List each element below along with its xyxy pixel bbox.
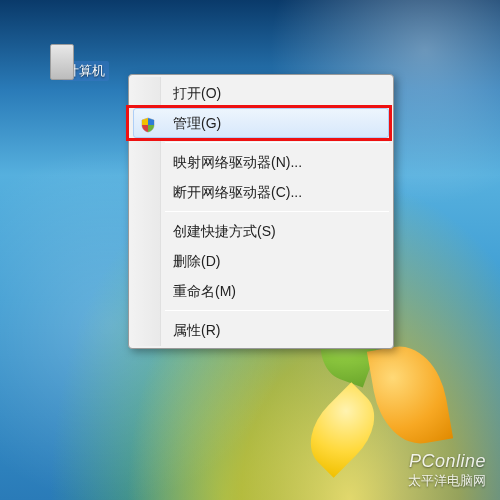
watermark: PConline 太平洋电脑网 bbox=[408, 451, 486, 490]
menu-item-delete[interactable]: 删除(D) bbox=[133, 246, 389, 276]
menu-item-manage[interactable]: 管理(G) bbox=[133, 108, 389, 138]
menu-separator bbox=[165, 142, 389, 143]
menu-item-label: 重命名(M) bbox=[173, 283, 236, 299]
menu-item-create-shortcut[interactable]: 创建快捷方式(S) bbox=[133, 216, 389, 246]
watermark-line2: 太平洋电脑网 bbox=[408, 472, 486, 490]
menu-item-label: 打开(O) bbox=[173, 85, 221, 101]
watermark-line1: PConline bbox=[408, 451, 486, 472]
menu-item-label: 映射网络驱动器(N)... bbox=[173, 154, 302, 170]
menu-item-label: 属性(R) bbox=[173, 322, 220, 338]
menu-item-rename[interactable]: 重命名(M) bbox=[133, 276, 389, 306]
uac-shield-icon bbox=[140, 114, 158, 132]
menu-item-properties[interactable]: 属性(R) bbox=[133, 315, 389, 345]
menu-item-label: 断开网络驱动器(C)... bbox=[173, 184, 302, 200]
menu-item-disconnect-network-drive[interactable]: 断开网络驱动器(C)... bbox=[133, 177, 389, 207]
desktop-icon-computer[interactable]: 计算机 bbox=[40, 55, 120, 81]
context-menu: 打开(O) 管理(G) 映射网络驱动器(N)... 断开网络驱动器(C)... … bbox=[128, 74, 394, 349]
menu-separator bbox=[165, 211, 389, 212]
menu-item-label: 创建快捷方式(S) bbox=[173, 223, 276, 239]
menu-item-label: 管理(G) bbox=[173, 115, 221, 131]
menu-item-open[interactable]: 打开(O) bbox=[133, 78, 389, 108]
menu-item-label: 删除(D) bbox=[173, 253, 220, 269]
menu-separator bbox=[165, 310, 389, 311]
menu-item-map-network-drive[interactable]: 映射网络驱动器(N)... bbox=[133, 147, 389, 177]
